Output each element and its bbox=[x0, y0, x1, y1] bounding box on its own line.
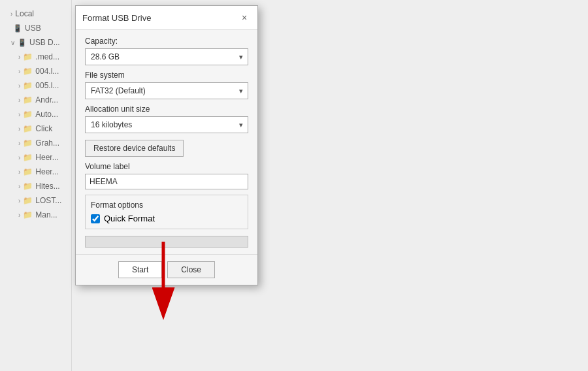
allocation-label: Allocation unit size bbox=[85, 105, 248, 114]
dialog-footer: Start Close bbox=[76, 254, 257, 285]
close-button[interactable]: Close bbox=[167, 261, 215, 278]
allocation-select-wrapper: 16 kilobytes bbox=[85, 116, 248, 133]
dialog-titlebar: Format USB Drive × bbox=[76, 6, 257, 30]
quick-format-checkbox[interactable] bbox=[91, 214, 100, 223]
dialog-body: Capacity: 28.6 GB File system FAT32 (Def… bbox=[76, 30, 257, 254]
allocation-select[interactable]: 16 kilobytes bbox=[85, 116, 248, 133]
format-options-label: Format options bbox=[91, 201, 242, 210]
dialog-title: Format USB Drive bbox=[82, 13, 151, 23]
quick-format-label[interactable]: Quick Format bbox=[104, 214, 155, 223]
format-options-box: Format options Quick Format bbox=[85, 195, 248, 229]
capacity-select[interactable]: 28.6 GB bbox=[85, 48, 248, 65]
capacity-select-wrapper: 28.6 GB bbox=[85, 48, 248, 65]
capacity-label: Capacity: bbox=[85, 37, 248, 46]
filesystem-select[interactable]: FAT32 (Default) bbox=[85, 82, 248, 99]
volume-label-label: Volume label bbox=[85, 162, 248, 171]
restore-defaults-button[interactable]: Restore device defaults bbox=[85, 140, 184, 157]
filesystem-label: File system bbox=[85, 71, 248, 80]
format-dialog: Format USB Drive × Capacity: 28.6 GB Fil… bbox=[75, 5, 258, 285]
progress-bar bbox=[85, 236, 248, 248]
start-button[interactable]: Start bbox=[118, 261, 162, 278]
quick-format-row: Quick Format bbox=[91, 214, 242, 223]
volume-label-input[interactable] bbox=[85, 174, 248, 189]
filesystem-select-wrapper: FAT32 (Default) bbox=[85, 82, 248, 99]
dialog-close-button[interactable]: × bbox=[238, 11, 251, 24]
